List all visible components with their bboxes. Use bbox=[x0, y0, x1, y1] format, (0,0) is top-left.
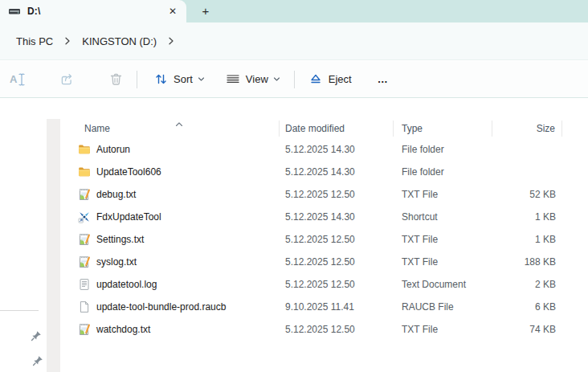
file-type: TXT File bbox=[394, 189, 492, 200]
eject-icon bbox=[308, 72, 323, 86]
shortcut-icon bbox=[78, 211, 91, 223]
tab-title: D:\ bbox=[27, 6, 165, 17]
new-tab-icon[interactable]: + bbox=[198, 4, 214, 18]
file-size: 1 KB bbox=[492, 234, 562, 245]
file-date-modified: 5.12.2025 12.50 bbox=[280, 324, 394, 335]
file-row[interactable]: UpdateTool606 5.12.2025 14.30 File folde… bbox=[68, 161, 588, 183]
file-row[interactable]: updatetool.log 5.12.2025 12.50 Text Docu… bbox=[68, 273, 588, 296]
sort-button[interactable]: Sort bbox=[148, 67, 211, 91]
file-name: UpdateTool606 bbox=[96, 166, 161, 178]
sort-arrows-icon bbox=[154, 72, 168, 86]
file-type: File folder bbox=[394, 144, 492, 155]
file-type: Shortcut bbox=[394, 211, 492, 223]
file-name: update-tool-bundle-prod.raucb bbox=[96, 301, 226, 313]
txt-icon bbox=[78, 255, 91, 268]
pin-icon bbox=[31, 354, 44, 367]
view-label: View bbox=[246, 73, 268, 85]
address-bar: This PC KINGSTON (D:) bbox=[0, 22, 588, 60]
file-date-modified: 5.12.2025 12.50 bbox=[280, 189, 394, 200]
column-header-row: Name Date modified Type Size bbox=[68, 119, 588, 138]
list-view-icon bbox=[226, 72, 240, 86]
file-date-modified: 5.12.2025 12.50 bbox=[280, 279, 394, 290]
navigation-pane-divider bbox=[0, 310, 39, 311]
file-size: 52 KB bbox=[492, 189, 562, 200]
txt-icon bbox=[78, 233, 91, 246]
file-size: 74 KB bbox=[492, 324, 562, 335]
file-row[interactable]: syslog.txt 5.12.2025 12.50 TXT File 188 … bbox=[68, 251, 588, 273]
chevron-right-icon[interactable] bbox=[168, 37, 174, 45]
toolbar-separator bbox=[294, 71, 295, 88]
pin-icon bbox=[30, 329, 43, 342]
log-icon bbox=[78, 278, 91, 291]
file-size: 2 KB bbox=[492, 279, 562, 290]
file-type: RAUCB File bbox=[394, 301, 492, 313]
file-date-modified: 9.10.2025 11.41 bbox=[280, 301, 394, 313]
file-size: 1 KB bbox=[492, 211, 562, 223]
file-type: TXT File bbox=[394, 324, 492, 335]
file-list: Name Date modified Type Size Autorun 5.1… bbox=[68, 119, 588, 341]
tab-close-icon[interactable]: ✕ bbox=[165, 4, 180, 18]
file-name: updatetool.log bbox=[96, 279, 157, 290]
sort-ascending-icon bbox=[175, 117, 183, 131]
more-icon: … bbox=[378, 73, 389, 85]
drive-icon bbox=[8, 5, 21, 18]
file-date-modified: 5.12.2025 12.50 bbox=[280, 234, 394, 245]
file-name: FdxUpdateTool bbox=[96, 211, 161, 223]
file-type: TXT File bbox=[394, 234, 492, 245]
folder-icon bbox=[78, 166, 91, 178]
file-date-modified: 5.12.2025 14.30 bbox=[280, 211, 394, 223]
column-header-filler bbox=[562, 121, 588, 137]
file-date-modified: 5.12.2025 14.30 bbox=[280, 144, 394, 155]
see-more-button[interactable]: … bbox=[371, 68, 395, 90]
toolbar-separator bbox=[137, 71, 137, 88]
folder-icon bbox=[78, 143, 91, 156]
file-name: Settings.txt bbox=[96, 234, 144, 245]
trash-icon bbox=[109, 72, 123, 87]
navigation-pane-scrollbar[interactable] bbox=[47, 119, 60, 372]
file-row[interactable]: watchdog.txt 5.12.2025 12.50 TXT File 74… bbox=[68, 318, 588, 341]
file-row[interactable]: Autorun 5.12.2025 14.30 File folder bbox=[68, 138, 588, 161]
file-name: watchdog.txt bbox=[96, 324, 150, 335]
rename-button: A bbox=[3, 67, 31, 92]
chevron-down-icon bbox=[273, 76, 280, 83]
eject-button[interactable]: Eject bbox=[302, 67, 358, 91]
file-row[interactable]: debug.txt 5.12.2025 12.50 TXT File 52 KB bbox=[68, 183, 588, 206]
file-row[interactable]: Settings.txt 5.12.2025 12.50 TXT File 1 … bbox=[68, 228, 588, 251]
delete-button bbox=[103, 67, 129, 92]
file-icon bbox=[78, 300, 91, 313]
file-row[interactable]: update-tool-bundle-prod.raucb 9.10.2025 … bbox=[68, 296, 588, 318]
txt-icon bbox=[78, 323, 91, 336]
file-name: debug.txt bbox=[96, 189, 136, 200]
file-type: TXT File bbox=[394, 256, 492, 268]
content-area: Name Date modified Type Size Autorun 5.1… bbox=[0, 98, 588, 372]
column-header-date-modified[interactable]: Date modified bbox=[280, 121, 394, 137]
breadcrumb-this-pc[interactable]: This PC bbox=[11, 32, 58, 51]
chevron-right-icon[interactable] bbox=[64, 37, 71, 45]
tab-drive-d[interactable]: D:\ ✕ bbox=[0, 0, 186, 22]
column-header-type[interactable]: Type bbox=[394, 121, 492, 137]
share-button bbox=[53, 67, 81, 92]
file-name: syslog.txt bbox=[96, 256, 137, 268]
sort-label: Sort bbox=[174, 73, 193, 85]
txt-icon bbox=[78, 188, 91, 201]
file-name: Autorun bbox=[96, 144, 130, 155]
file-row[interactable]: FdxUpdateTool 5.12.2025 14.30 Shortcut 1… bbox=[68, 206, 588, 228]
breadcrumb-kingston-d[interactable]: KINGSTON (D:) bbox=[77, 32, 161, 51]
share-icon bbox=[59, 72, 75, 87]
chevron-down-icon bbox=[198, 76, 205, 83]
file-date-modified: 5.12.2025 12.50 bbox=[280, 256, 394, 268]
file-type: Text Document bbox=[394, 279, 492, 290]
column-header-size[interactable]: Size bbox=[492, 121, 562, 137]
command-toolbar: A Sort View Ejec bbox=[0, 61, 588, 98]
view-button[interactable]: View bbox=[219, 67, 287, 91]
file-date-modified: 5.12.2025 14.30 bbox=[280, 166, 394, 178]
file-type: File folder bbox=[394, 166, 492, 178]
column-header-name[interactable]: Name bbox=[68, 121, 280, 137]
tab-bar: D:\ ✕ + bbox=[0, 0, 588, 22]
rename-icon: A bbox=[10, 72, 25, 87]
file-size: 6 KB bbox=[492, 301, 562, 313]
eject-label: Eject bbox=[329, 73, 352, 85]
file-size: 188 KB bbox=[492, 256, 562, 268]
file-rows: Autorun 5.12.2025 14.30 File folder Upda… bbox=[68, 138, 588, 341]
